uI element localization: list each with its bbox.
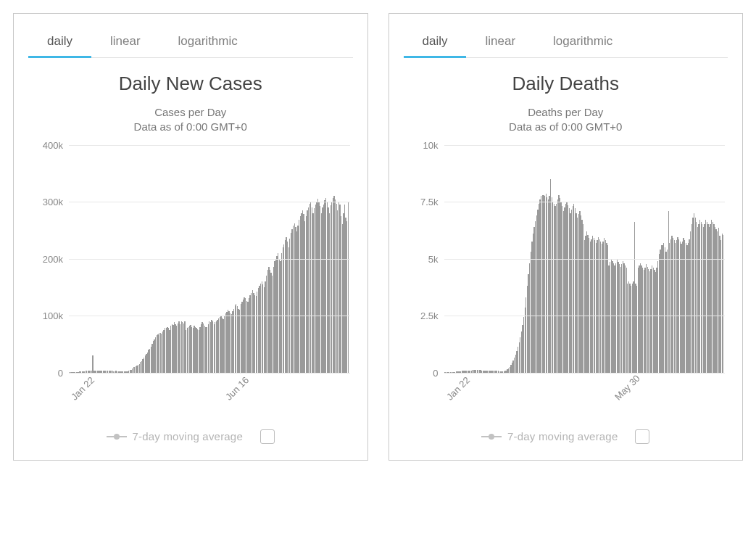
tabs-cases: daily linear logarithmic [28, 27, 353, 58]
grid-line [444, 145, 726, 146]
y-tick: 0 [404, 367, 439, 378]
y-tick: 2.5k [404, 310, 439, 321]
charts-row: daily linear logarithmic Daily New Cases… [0, 0, 756, 474]
daily-deaths-panel: daily linear logarithmic Daily Deaths De… [389, 13, 744, 461]
tab-logarithmic[interactable]: logarithmic [534, 27, 631, 57]
bar[interactable] [348, 202, 349, 373]
y-tick: 10k [404, 139, 439, 150]
x-axis-cases: Jan 22Jun 16 [69, 374, 350, 403]
legend-checkbox[interactable] [260, 429, 275, 444]
chart-area-deaths: 10k7.5k5k2.5k0 Jan 22May 30 [404, 145, 728, 392]
grid-line [69, 316, 350, 316]
daily-cases-panel: daily linear logarithmic Daily New Cases… [13, 13, 368, 461]
chart-area-cases: 400k300k200k100k0 Jan 22Jun 16 [28, 145, 353, 392]
y-tick: 100k [28, 310, 63, 321]
tab-linear[interactable]: linear [91, 27, 159, 57]
tab-daily[interactable]: daily [404, 27, 467, 57]
x-tick: Jan 22 [444, 374, 472, 402]
grid-line [444, 373, 726, 374]
legend-cases: 7-day moving average [24, 429, 357, 444]
y-tick: 0 [28, 367, 63, 378]
legend-item-ma7[interactable]: 7-day moving average [107, 430, 243, 442]
legend-item-ma7[interactable]: 7-day moving average [481, 430, 618, 442]
bar[interactable] [723, 235, 723, 373]
chart-title-deaths: Daily Deaths [399, 73, 733, 95]
legend-checkbox[interactable] [635, 429, 649, 444]
tabs-deaths: daily linear logarithmic [404, 27, 728, 58]
y-tick: 200k [28, 253, 63, 264]
legend-swatch-icon [107, 436, 127, 437]
grid-line [444, 316, 726, 316]
legend-deaths: 7-day moving average [399, 429, 733, 444]
grid-line [444, 259, 726, 260]
y-axis-deaths: 10k7.5k5k2.5k0 [404, 145, 440, 373]
x-tick: Jun 16 [223, 374, 251, 402]
legend-swatch-icon [481, 436, 502, 437]
grid-line [444, 202, 726, 202]
legend-label: 7-day moving average [133, 430, 243, 442]
chart-sub1-cases: Cases per Day [154, 106, 226, 118]
bar[interactable] [92, 355, 93, 373]
chart-sub2-deaths: Data as of 0:00 GMT+0 [509, 120, 622, 133]
chart-sub1-deaths: Deaths per Day [528, 106, 603, 118]
chart-title-cases: Daily New Cases [24, 73, 357, 95]
grid-line [69, 373, 350, 374]
chart-subtitle-cases: Cases per Day Data as of 0:00 GMT+0 [24, 105, 357, 135]
grid-line [69, 202, 350, 202]
x-axis-deaths: Jan 22May 30 [444, 374, 726, 403]
grid-line [69, 145, 350, 146]
y-tick: 400k [28, 139, 63, 150]
grid-line [69, 259, 350, 260]
chart-subtitle-deaths: Deaths per Day Data as of 0:00 GMT+0 [399, 105, 733, 135]
y-tick: 7.5k [404, 197, 439, 207]
x-tick: May 30 [612, 372, 642, 402]
tab-logarithmic[interactable]: logarithmic [159, 27, 257, 57]
x-tick: Jan 22 [69, 374, 96, 402]
tab-linear[interactable]: linear [466, 27, 534, 57]
y-axis-cases: 400k300k200k100k0 [28, 145, 65, 373]
y-tick: 300k [28, 197, 63, 207]
plot-cases[interactable] [69, 145, 350, 373]
chart-sub2-cases: Data as of 0:00 GMT+0 [134, 120, 247, 133]
y-tick: 5k [404, 253, 439, 264]
tab-daily[interactable]: daily [28, 27, 91, 57]
legend-label: 7-day moving average [507, 430, 618, 442]
plot-deaths[interactable] [444, 145, 726, 373]
